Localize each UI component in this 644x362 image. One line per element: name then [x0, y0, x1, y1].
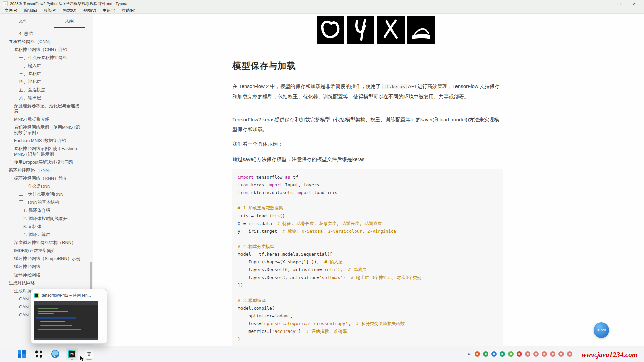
preview-thumbnail[interactable]	[34, 301, 98, 340]
outline-item[interactable]: 4. 循环计算层	[0, 231, 93, 239]
outline-item[interactable]: IMDB影评数据集简介	[0, 247, 93, 255]
tray-app-icon[interactable]	[525, 351, 530, 357]
maximize-button[interactable]: ▢	[611, 0, 627, 7]
close-button[interactable]: ✕	[627, 0, 642, 7]
digit-cross-image	[377, 16, 405, 44]
thumb-code-line	[40, 325, 72, 326]
mnist-sample-images	[317, 16, 503, 44]
outline-item[interactable]: 一、什么是卷积神经网络	[0, 54, 93, 62]
tray-app-icon[interactable]	[475, 351, 480, 357]
taskbar-start-icon[interactable]	[15, 348, 28, 360]
code-line: layers.Dense(3, activation='softmax') # …	[238, 274, 497, 281]
outline-item[interactable]: 卷积神经网络示例2-使用Fashion MNIST识别时装示例	[0, 145, 93, 158]
code-line	[238, 289, 497, 297]
outline-item[interactable]: 循环神经网络（SimpleRNN）示例	[0, 255, 93, 263]
code-line: # 1.加载鸢尾花数据集	[238, 204, 497, 212]
outline-item[interactable]: 四、池化层	[0, 78, 93, 86]
menu-item[interactable]: 编辑(E)	[21, 7, 40, 13]
outline-item[interactable]: 循环神经网络（RNN）	[0, 166, 93, 174]
outline-item[interactable]: 3. 记忆体	[0, 223, 93, 231]
system-tray: ∧	[466, 346, 572, 362]
outline-item[interactable]: 使用Dropout层解决过拟合问题	[0, 158, 93, 166]
editor-pane: 模型保存与加载 在 TensorFlow 2 中，模型的保存和加载是非常简便的操…	[93, 14, 644, 346]
menu-item[interactable]: 主题(T)	[99, 7, 119, 13]
code-line: y = iris.target # 标签: 0-Setosa, 1-Versic…	[238, 227, 497, 235]
menu-item[interactable]: 帮助(H)	[119, 7, 139, 13]
code-line: metrics=['accuracy'] # 评估指标: 准确率	[238, 327, 497, 335]
code-line: # 3.模型编译	[238, 297, 497, 304]
digit-four-image	[347, 16, 374, 44]
thumb-statusbar	[34, 338, 98, 340]
outline-item[interactable]: 卷积神经网络（CNN）	[0, 38, 93, 46]
page-title: 模型保存与加载	[232, 60, 503, 75]
paragraph-example: 我们看一个具体示例：	[232, 139, 503, 149]
outline-item[interactable]: MNIST数据集介绍	[0, 115, 93, 123]
mouse-cursor	[79, 355, 85, 362]
outline-item[interactable]: 卷积神经网络（CNN）介绍	[0, 46, 93, 54]
tray-app-icon[interactable]	[533, 351, 539, 357]
code-line: layers.Dense(16, activation='relu'), # 隐…	[238, 266, 497, 274]
outline-item[interactable]: 循环神经网络	[0, 263, 93, 271]
tray-app-icon[interactable]	[483, 351, 488, 357]
tray-app-icon[interactable]	[500, 351, 505, 357]
thumb-code-line	[38, 308, 58, 309]
tray-app-icon[interactable]	[558, 351, 564, 357]
paragraph-save-note: 通过save()方法保存模型，注意保存的模型文件后缀是keras	[232, 154, 503, 164]
outline-item[interactable]: 二、输入层	[0, 62, 93, 70]
tray-app-icon[interactable]	[542, 351, 547, 357]
menu-item[interactable]: 视图(V)	[80, 7, 99, 13]
outline-item[interactable]: 1. 循环体介绍	[0, 206, 93, 215]
outline-item[interactable]: 三、卷积层	[0, 70, 93, 78]
code-line: )	[238, 335, 497, 343]
outline-list: 4. 总结卷积神经网络（CNN）卷积神经网络（CNN）介绍一、什么是卷积神经网络…	[0, 29, 93, 319]
code-line	[238, 196, 497, 204]
menu-item[interactable]: 格式(O)	[60, 7, 80, 13]
tray-app-icon[interactable]	[567, 351, 572, 357]
code-line: import tensorflow as tf	[238, 173, 497, 181]
outline-item[interactable]: 三、RNN的基本结构	[0, 198, 93, 206]
thumb-code-line	[38, 311, 68, 312]
outline-item[interactable]: 一、什么是RNN	[0, 182, 93, 190]
outline-item[interactable]: 生成对抗网络	[0, 279, 93, 287]
title-bar: T 2023版 TensorFlow2 Python深度学习框架视频教程 课件.…	[0, 0, 644, 7]
running-indicator	[71, 359, 73, 360]
watermark: www.java1234.com	[582, 351, 637, 359]
outline-item[interactable]: 4. 总结	[0, 29, 93, 38]
sidebar-tab-大纲[interactable]: 大纲	[54, 18, 85, 28]
taskbar-app-grid-icon[interactable]	[32, 348, 45, 360]
code-block: import tensorflow as tffrom keras import…	[232, 169, 503, 346]
sidebar-tab-文件[interactable]: 文件	[8, 18, 39, 28]
menu-item[interactable]: 文件(F)	[1, 7, 21, 13]
code-line: from sklearn.datasets import load_iris	[238, 189, 497, 196]
outline-item[interactable]: 二、为什么要发明RNN	[0, 190, 93, 198]
outline-item[interactable]: 2. 循环体按时间线展开	[0, 215, 93, 223]
recording-timer-bubble[interactable]: 01:20	[594, 322, 609, 338]
sandal-image	[407, 16, 435, 44]
tray-app-icon[interactable]	[550, 351, 555, 357]
tray-chevron-up-icon[interactable]: ∧	[466, 352, 472, 356]
running-indicator	[86, 359, 92, 360]
code-line	[238, 235, 497, 243]
window-controls: — ▢ ✕	[596, 0, 642, 7]
outline-item[interactable]: 循环神经网络	[0, 271, 93, 279]
taskbar-edge-browser-icon[interactable]	[49, 348, 62, 360]
tray-app-icon[interactable]	[517, 351, 522, 357]
outline-item[interactable]: 深度理解卷积层、池化层与全连接层	[0, 102, 93, 115]
outline-item[interactable]: 六、输出层	[0, 94, 93, 102]
menu-bar: 文件(F)编辑(E)段落(P)格式(O)视图(V)主题(T)帮助(H)	[0, 7, 644, 14]
outline-item[interactable]: Fashion MNIST数据集介绍	[0, 137, 93, 145]
outline-item[interactable]: 卷积神经网络示例（使用MNIST识别数字示例）	[0, 123, 93, 137]
taskbar-pycharm-icon[interactable]: PC	[66, 348, 78, 360]
tray-app-icon[interactable]	[508, 351, 514, 357]
outline-item[interactable]: 循环神经网络（RNN）简介	[0, 174, 93, 182]
pycharm-icon	[34, 293, 39, 298]
menu-item[interactable]: 段落(P)	[40, 7, 60, 13]
inline-code-tf-keras: tf.keras	[382, 84, 407, 89]
outline-item[interactable]: 深度循环神经网络结构（RNN）	[0, 239, 93, 247]
minimize-button[interactable]: —	[596, 0, 611, 7]
tray-app-icon[interactable]	[491, 351, 497, 357]
outline-item[interactable]: 五、全连接层	[0, 86, 93, 94]
code-line: iris = load_iris()	[238, 212, 497, 220]
code-line: Input(shape=(X.shape[1],)), # 输入层	[238, 258, 497, 266]
taskbar-preview-popup[interactable]: tensorflowPro2 – 使用Ten...	[31, 289, 107, 344]
